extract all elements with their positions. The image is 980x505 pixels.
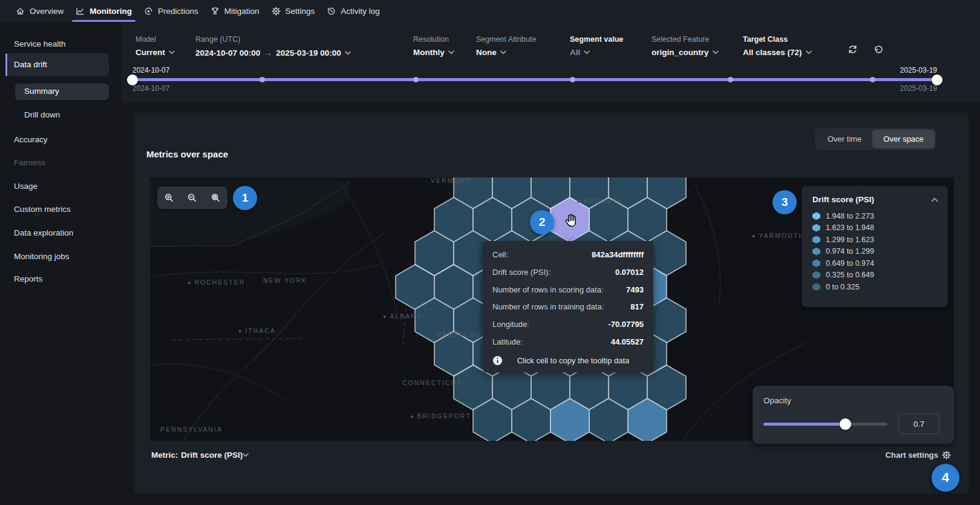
filter-label: Selected Feature bbox=[652, 35, 719, 44]
view-toggle: Over timeOver space bbox=[815, 128, 936, 150]
opacity-slider-thumb[interactable] bbox=[840, 418, 851, 430]
filter-model[interactable]: ModelCurrent bbox=[136, 35, 175, 57]
chevron-down-icon bbox=[169, 50, 175, 54]
chevron-up-icon[interactable] bbox=[931, 197, 938, 202]
chart-settings-label: Chart settings bbox=[886, 451, 938, 460]
zoom-reset-icon[interactable] bbox=[209, 191, 223, 205]
undo-icon[interactable] bbox=[872, 43, 884, 55]
cell-tooltip: Cell:842a34dffffffffDrift score (PSI):0.… bbox=[483, 241, 653, 372]
place-dot: ● bbox=[752, 233, 756, 239]
timeline-slider[interactable] bbox=[132, 78, 937, 81]
sidebar-item-monitoring-jobs[interactable]: Monitoring jobs bbox=[14, 251, 70, 263]
nav-item-activity-log[interactable]: Activity log bbox=[323, 0, 388, 22]
sidebar-active-accent bbox=[5, 53, 7, 76]
nav-item-overview[interactable]: Overview bbox=[12, 0, 72, 22]
gear-icon bbox=[942, 451, 951, 460]
opacity-value-field[interactable]: 0.7 bbox=[898, 414, 939, 434]
legend-swatch bbox=[812, 283, 820, 291]
nav-item-predictions[interactable]: Predictions bbox=[140, 0, 207, 22]
filter-range[interactable]: Range (UTC)2024-10-07 00:00→2025-03-19 0… bbox=[195, 35, 351, 58]
tooltip-row-label: Cell: bbox=[492, 250, 508, 259]
map-place-label-vermont: VERMONT bbox=[431, 177, 471, 184]
zoom-in-icon[interactable] bbox=[162, 191, 176, 205]
timeline-end-sublabel: 2025-03-19 bbox=[900, 84, 937, 93]
filter-target-class[interactable]: Target ClassAll classes (72) bbox=[743, 35, 812, 57]
legend-item: 0.325 to 0.649 bbox=[812, 269, 938, 282]
sidebar-item-usage[interactable]: Usage bbox=[14, 180, 38, 193]
sidebar-item-data-drift[interactable]: Data drift bbox=[14, 59, 47, 71]
sidebar-item-drill-down[interactable]: Drill down bbox=[24, 109, 60, 121]
place-dot: ● bbox=[577, 199, 581, 205]
place-name: ALBANY bbox=[390, 312, 422, 320]
zoom-out-icon[interactable] bbox=[185, 191, 200, 205]
legend-panel: Drift score (PSI) 1.948 to 2.2731.623 to… bbox=[802, 186, 948, 307]
panel-title: Metrics over space bbox=[146, 149, 228, 159]
legend-item: 0.974 to 1.299 bbox=[812, 246, 938, 258]
place-name: CONNECTICUT bbox=[402, 379, 462, 386]
chart-settings-button[interactable]: Chart settings bbox=[886, 451, 951, 460]
toggle-over-space[interactable]: Over space bbox=[872, 130, 934, 148]
map-place-label-augusta: ●AUGUSTA bbox=[577, 197, 622, 205]
legend-swatch bbox=[812, 271, 820, 279]
sidebar-item-reports[interactable]: Reports bbox=[14, 273, 42, 285]
timeline-handle-start[interactable] bbox=[127, 74, 138, 85]
filter-value[interactable]: All bbox=[570, 48, 623, 57]
filter-value[interactable]: origin_country bbox=[652, 48, 719, 57]
filter-segment-value[interactable]: Segment valueAll bbox=[570, 35, 623, 57]
sidebar-item-custom-metrics[interactable]: Custom metrics bbox=[14, 203, 71, 216]
tooltip-row-value: 842a34dffffffff bbox=[592, 250, 644, 259]
map-place-label-albany: ●ALBANY bbox=[383, 312, 422, 320]
trophy-icon bbox=[211, 7, 220, 16]
nav-item-settings[interactable]: Settings bbox=[268, 0, 324, 22]
tooltip-row-label: Drift score (PSI): bbox=[492, 268, 550, 277]
filter-segment-attribute[interactable]: Segment AttributeNone bbox=[476, 35, 536, 57]
timeline-handle-end[interactable] bbox=[932, 74, 942, 85]
metric-value: Drift score (PSI) bbox=[181, 451, 243, 460]
place-name: PENNSYLVANIA bbox=[160, 426, 223, 433]
legend-item-label: 0.649 to 0.974 bbox=[826, 259, 874, 268]
annotation-badge-2: 2 bbox=[530, 210, 554, 234]
timeline-start-sublabel: 2024-10-07 bbox=[132, 84, 169, 93]
filter-value-text-2: 2025-03-19 00:00 bbox=[276, 48, 341, 58]
tooltip-row-value: 0.07012 bbox=[615, 268, 644, 277]
tooltip-row: Cell:842a34dffffffff bbox=[492, 246, 644, 263]
place-name: ITHACA bbox=[245, 327, 276, 334]
filter-label: Resolution bbox=[413, 35, 454, 44]
map-place-label-connecticut: CONNECTICUT bbox=[402, 379, 462, 386]
sidebar-item-data-exploration[interactable]: Data exploration bbox=[14, 227, 73, 239]
toggle-over-time[interactable]: Over time bbox=[817, 130, 872, 148]
place-dot: ● bbox=[238, 328, 243, 334]
nav-item-label: Settings bbox=[286, 7, 315, 16]
filter-value-text: Current bbox=[136, 48, 165, 57]
refresh-icon[interactable] bbox=[846, 43, 858, 55]
opacity-slider[interactable] bbox=[763, 423, 887, 426]
filter-value[interactable]: None bbox=[476, 48, 536, 57]
tooltip-row-value: 817 bbox=[630, 302, 644, 311]
tooltip-row: Number of rows in training data:817 bbox=[492, 299, 644, 316]
tooltip-row: Number of rows in scoring data:7493 bbox=[492, 281, 644, 299]
nav-item-mitigation[interactable]: Mitigation bbox=[207, 0, 268, 22]
place-name: AUGUSTA bbox=[583, 197, 622, 205]
filter-label: Model bbox=[136, 35, 175, 44]
legend-title: Drift score (PSI) bbox=[812, 195, 874, 204]
filter-label: Target Class bbox=[743, 35, 812, 44]
home-icon bbox=[16, 7, 25, 16]
filter-resolution[interactable]: ResolutionMonthly bbox=[413, 35, 454, 57]
annotation-badge-3: 3 bbox=[773, 190, 797, 214]
sidebar-item-accuracy[interactable]: Accuracy bbox=[14, 134, 48, 146]
legend-item: 0 to 0.325 bbox=[812, 281, 938, 293]
info-icon bbox=[492, 355, 503, 366]
place-name: YARMOUTH bbox=[759, 232, 804, 239]
filter-value-text: 2024-10-07 00:00 bbox=[195, 48, 260, 58]
filter-value[interactable]: Current bbox=[136, 48, 175, 57]
tooltip-footer-text: Click cell to copy the tooltip data bbox=[503, 356, 644, 365]
annotation-badge-1: 1 bbox=[233, 186, 257, 210]
filter-value[interactable]: Monthly bbox=[413, 48, 454, 57]
filter-value[interactable]: 2024-10-07 00:00→2025-03-19 00:00 bbox=[195, 48, 351, 58]
sidebar-item-summary[interactable]: Summary bbox=[24, 85, 59, 97]
filter-selected-feature[interactable]: Selected Featureorigin_country bbox=[652, 35, 719, 57]
nav-item-monitoring[interactable]: Monitoring bbox=[72, 0, 140, 22]
metric-selector[interactable]: Metric: Drift score (PSI) bbox=[151, 451, 249, 460]
sidebar-item-service-health[interactable]: Service health bbox=[14, 38, 66, 50]
filter-value[interactable]: All classes (72) bbox=[743, 48, 812, 57]
